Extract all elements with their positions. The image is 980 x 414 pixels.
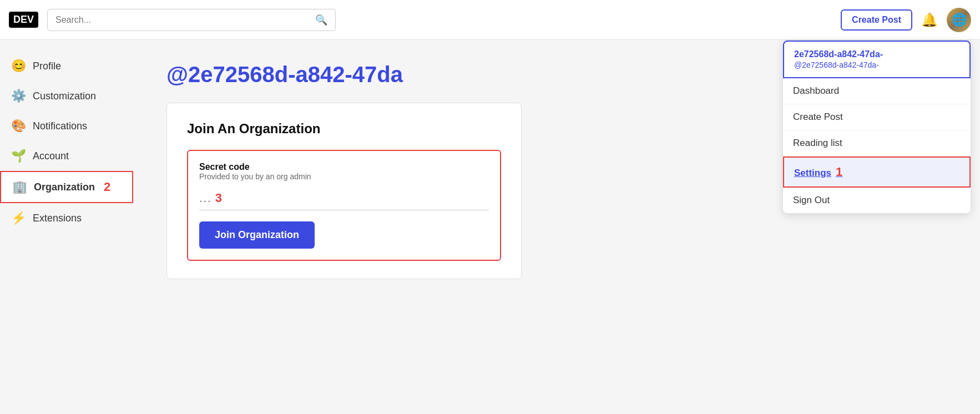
join-organization-card: Join An Organization Secret code Provide…: [166, 103, 522, 279]
sidebar-item-extensions[interactable]: ⚡ Extensions: [0, 203, 133, 233]
dev-logo: DEV: [9, 12, 38, 28]
avatar[interactable]: 🌐: [947, 8, 971, 32]
organization-badge: 2: [104, 180, 110, 194]
organization-icon: 🏢: [12, 180, 27, 194]
secret-code-label: Secret code: [199, 162, 489, 172]
sidebar-item-label: Profile: [33, 60, 61, 72]
dropdown-menu: 2e72568d-a842-47da- @2e72568d-a842-47da-…: [782, 40, 971, 214]
dropdown-sign-out[interactable]: Sign Out: [783, 188, 971, 213]
secret-code-hint: Provided to you by an org admin: [199, 172, 489, 181]
sidebar-item-label: Customization: [33, 90, 96, 102]
sidebar-item-label: Extensions: [33, 213, 82, 224]
sidebar-item-label: Notifications: [33, 120, 87, 132]
dropdown-username-sub[interactable]: @2e72568d-a842-47da-: [794, 60, 959, 69]
sidebar-item-label: Organization: [34, 181, 95, 193]
join-org-form: Secret code Provided to you by an org ad…: [187, 150, 501, 261]
sidebar-item-notifications[interactable]: 🎨 Notifications: [0, 111, 133, 141]
dropdown-create-post[interactable]: Create Post: [783, 104, 971, 130]
join-organization-button[interactable]: Join Organization: [199, 221, 315, 249]
sidebar: 😊 Profile ⚙️ Customization 🎨 Notificatio…: [0, 40, 133, 414]
search-input[interactable]: [55, 15, 311, 25]
profile-icon: 😊: [11, 59, 26, 73]
dropdown-username[interactable]: 2e72568d-a842-47da-: [794, 49, 959, 59]
sidebar-item-account[interactable]: 🌱 Account: [0, 141, 133, 171]
bell-icon[interactable]: 🔔: [921, 12, 938, 28]
dropdown-dashboard[interactable]: Dashboard: [783, 78, 971, 104]
secret-code-input[interactable]: [222, 193, 489, 204]
dropdown-user-section[interactable]: 2e72568d-a842-47da- @2e72568d-a842-47da-: [783, 41, 971, 78]
search-bar[interactable]: 🔍: [47, 9, 336, 31]
secret-input-badge: 3: [215, 191, 222, 205]
header-right: Create Post 🔔 🌐 2e72568d-a842-47da- @2e7…: [841, 8, 971, 32]
sidebar-item-profile[interactable]: 😊 Profile: [0, 51, 133, 81]
notifications-icon: 🎨: [11, 119, 26, 133]
search-icon: 🔍: [315, 14, 327, 26]
card-title: Join An Organization: [187, 121, 501, 137]
dropdown-reading-list[interactable]: Reading list: [783, 130, 971, 156]
secret-dots: ...: [199, 192, 212, 205]
sidebar-item-customization[interactable]: ⚙️ Customization: [0, 81, 133, 111]
sidebar-item-organization[interactable]: 🏢 Organization 2: [0, 171, 133, 203]
header: DEV 🔍 Create Post 🔔 🌐 2e72568d-a842-47da…: [0, 0, 980, 40]
dropdown-settings[interactable]: Settings1: [783, 156, 971, 188]
extensions-icon: ⚡: [11, 211, 26, 225]
customization-icon: ⚙️: [11, 89, 26, 103]
secret-input-wrapper[interactable]: ... 3: [199, 186, 489, 210]
create-post-button[interactable]: Create Post: [841, 9, 912, 31]
account-icon: 🌱: [11, 149, 26, 163]
sidebar-item-label: Account: [33, 150, 69, 162]
